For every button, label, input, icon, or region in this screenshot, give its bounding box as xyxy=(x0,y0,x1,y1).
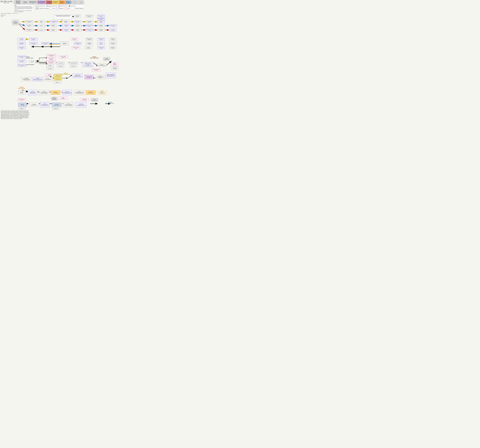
data-mine: data xyxy=(8,13,10,14)
svg-line-23 xyxy=(19,24,25,30)
version-7: ? 7.0 xyxy=(71,0,78,4)
sidebar-online-label: Online xyxy=(1,15,7,17)
node-prologue-gray-host: Prologue:A Gray Host Rises xyxy=(29,103,39,107)
node-aetharian: The Aetharian Archive (CP 160+) xyxy=(46,54,56,57)
arrow-black-icon: ➡ xyxy=(69,5,70,7)
label-tamriel-unlimited: Tamriel Unlimited xyxy=(25,64,34,65)
node-the-rift: The Rift (Lvl 40) xyxy=(85,46,92,49)
versions-and-legend: Base Game Zones & Main Quest 1.0 Craglor… xyxy=(14,0,120,13)
node-prologue-demon: Prologue:The Demon Weapon,The Halls of C… xyxy=(39,90,49,95)
node-bleackrock: Bleackrock Isle (Lvl 1) xyxy=(25,29,33,31)
hexagon-shape: Tut xyxy=(35,7,39,9)
legend-dungeon-label: Dungeon xyxy=(60,8,64,9)
legend-blue-label: Daggerfall Covenant Path xyxy=(48,6,57,7)
node-murkmire: MurkmireMurkmire xyxy=(18,90,26,95)
note-legend-row: Note: Levels are based on when the conte… xyxy=(14,5,120,13)
bottom-note: Elder Scrolls Online's take on 'play wha… xyxy=(0,110,30,120)
node-elden-hollow-ii: Elden Hollow II [Lvl 37] xyxy=(29,38,37,41)
legend-dungeon: Dungeon xyxy=(56,7,64,9)
node-craglorn: Craglorn xyxy=(28,60,36,63)
node-shadow-hist: Shadow of the HistCradle of Shadows[Lvl … xyxy=(83,62,93,67)
legend-shapes: Tut Tutorial / Game Starts Zone Dungeon xyxy=(35,7,83,9)
node-white-gold-tower: White-Gold Tower [Lvl 45] xyxy=(97,14,105,18)
eso-logo: The Elder Scrolls ONLINE xyxy=(0,0,13,4)
legend-black-label: Common Path xyxy=(70,6,75,7)
node-deshaan: Deshaan (Lvl 16) xyxy=(74,29,81,31)
node-halls-fabrication: Halls ofFabrication(CP 160+) xyxy=(111,62,119,66)
node-tutorial-broken-bonds: Tutorial:Broken Bonds xyxy=(103,57,111,61)
node-darkshade-ii: Darkshade Caverns II [Lvl 42] xyxy=(17,64,26,67)
node-elsweyr-zone: ElsweyrNorthern Elsweyr xyxy=(51,90,60,95)
node-wayrest-i: Wayrest Sewers I (Lvl 16) xyxy=(86,24,93,27)
version-morrowind: Morrowind 3.0 xyxy=(45,0,53,4)
legend-trial: Trial xyxy=(64,7,69,9)
node-coldharbour: Coldharbour (Lvl 48) xyxy=(60,41,69,46)
svg-line-54 xyxy=(68,75,72,78)
node-prologue-dragonguard: Prologue:The Dragonguard's Legacy,The Ho… xyxy=(74,90,85,95)
note-text3: [Lvl x] - hard requirements for Cyrodiil… xyxy=(14,10,33,12)
node-tempest-island: Tempest Island (Lvl 26) xyxy=(97,38,105,41)
node-prologue-ruthless: Prologue:Ruthless Competition;The Cursed… xyxy=(21,77,32,81)
version-summerset: Summerset 4.0 xyxy=(52,0,59,4)
node-reapers-march: Reapers March (Lvl 40) xyxy=(86,38,93,41)
main-area: Elder Scrolls Online xyxy=(0,14,120,109)
node-morrowind-vvardenfell: MorrowindVvardenfell xyxy=(111,66,119,70)
node-banished-ii: The Banished Cells II [Lvl 41] xyxy=(17,56,26,58)
version-8: ? 8.0 xyxy=(77,0,85,4)
node-selenes-web: Selene's Web [Lvl 34] xyxy=(71,38,78,41)
node-wrothgar: Wrothgar xyxy=(46,67,54,70)
node-prologue-missing: Prologue:The Missing Prophecy xyxy=(97,63,106,67)
by-line: By TheynT ⚙ Cidhna dataMine cidhnaamine.… xyxy=(0,13,120,14)
node-tutorial-soul: Tutorial:Soul Shriven inColdharbour xyxy=(11,20,20,25)
node-city-ash-ii: City of Ash II [Lvl 40] xyxy=(17,38,26,41)
node-blackreach-greymoor: Blackreach xyxy=(52,107,59,110)
node-direfrost-keep: Direfrost Keep (Lvl 24) xyxy=(97,46,105,49)
legend-red-label: Ebonheart Pact Path xyxy=(60,6,67,7)
node-wolfhunter: WolfhunterMarch of Sacrifices [Lvl 45]Mo… xyxy=(32,77,43,81)
label-chapter-summerset: ChapterESO: Summerset xyxy=(61,73,70,75)
zone-shape xyxy=(50,7,53,9)
node-summerset: Summerset xyxy=(54,78,62,80)
node-prologue-veil: Prologue:Through a Veil Darkly xyxy=(43,77,53,81)
node-crypt-hearts-i: Crypt of Hearts I [Lvl 22] xyxy=(109,24,117,27)
node-blackreach-reach: Blackreach xyxy=(18,107,25,110)
sidebar-eso-label: Elder Scrolls xyxy=(1,14,7,15)
legend-prologue: Prologue | Epilogue xyxy=(70,7,83,9)
node-tutorial-bound: Tutorial:Bound in Blood xyxy=(90,98,99,102)
version-elsweyr: Elsweyr 5.0 xyxy=(58,0,65,4)
legend-box: ➡ Aldmeri Dominion Path ➡ Daggerfall Cov… xyxy=(34,5,84,10)
node-prologue-knives: Prologue:Of Knives and Long Shadows xyxy=(95,75,105,79)
version-greymoor: Greymoor 6.0 xyxy=(64,0,72,4)
node-volenfell: Volenfell (Lvl 28) xyxy=(97,42,105,45)
arrow-blue-icon: ➡ xyxy=(46,5,48,7)
node-blackrose-prison: Blackrose Prison [Lvl 45] xyxy=(17,98,26,101)
node-darkshade-i: Darkshade Caverns I (Lvl 12) xyxy=(86,29,94,31)
note-box: Note: Levels are based on when the conte… xyxy=(14,5,34,13)
node-hel-ra: Hel Ra Citadel (CP 160+) xyxy=(46,58,56,60)
title-line1: The Elder Scrolls xyxy=(0,0,13,2)
node-clockwork-city: Clockwork CityClockwork City xyxy=(85,75,93,79)
version-base: Base Game Zones & Main Quest 1.0 xyxy=(14,0,22,4)
node-stonethorn: StonethornCastle Thorn [Lvl 45]Stone Gar… xyxy=(40,102,50,107)
arrow-red-icon: ➡ xyxy=(58,5,60,7)
legend-yellow: ➡ Aldmeri Dominion Path xyxy=(35,5,45,7)
version-row: Base Game Zones & Main Quest 1.0 Craglor… xyxy=(14,0,120,4)
node-spindleclutch-i: Spindleclutch I (Lvl 10) xyxy=(62,24,71,27)
node-thieves-guild: Thieves Guild xyxy=(57,62,64,64)
node-auridon: Auridon (Lvl 5) xyxy=(38,20,45,23)
note-text1: Levels are based on when the content ori… xyxy=(14,6,33,8)
node-tutorial-bright-moons: Tutorial:Bright Moons,Warm Sands xyxy=(50,97,58,100)
node-wrathstone: WrathstoneDepths of MalatarFrostvault [L… xyxy=(28,90,37,95)
legend-prologue-label: Prologue | Epilogue xyxy=(75,8,83,9)
legend-zone: Zone xyxy=(50,7,55,9)
node-stormhaven: Stormhaven (Lvl 16) xyxy=(74,24,81,27)
node-dragon-bones: Dragon BonesFang Lair [Lvl 45]Scalecalle… xyxy=(73,74,83,78)
label-chapter-greymoor: ChapterESO: Greymoor xyxy=(106,102,114,104)
node-prologue-coven: Prologue:The Coven Conspiracy,The Coven … xyxy=(63,102,74,107)
node-shadowfen: Shadowfen (Lvl 25) xyxy=(97,29,105,31)
node-harrowstorm: HarrowstormIcereach [Lvl 45]Unhallowed G… xyxy=(76,102,86,107)
lvl10-note: Upon reaching Level 10, you will be invi… xyxy=(54,14,72,19)
legend-yellow-label: Aldmeri Dominion Path xyxy=(37,6,45,7)
version-craglorn: Craglorn 1.1.2 - 1.4.3 xyxy=(21,0,29,4)
title-line2: ONLINE xyxy=(0,2,13,4)
